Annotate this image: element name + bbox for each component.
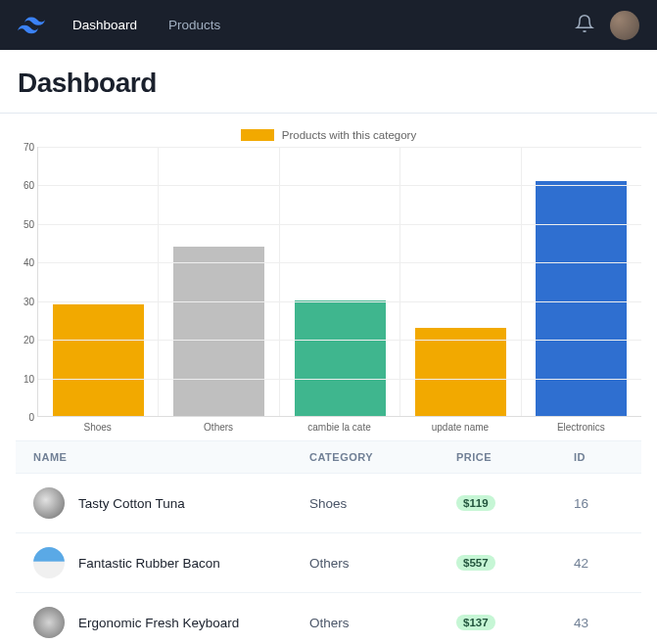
page-title: Dashboard [18,68,639,99]
x-tick-label: Others [158,417,278,433]
x-tick-label: cambie la cate [279,417,399,433]
th-category: CATEGORY [309,451,456,463]
nav-products[interactable]: Products [168,18,220,32]
y-tick-label: 10 [17,373,34,384]
cell-category: Shoes [309,496,456,511]
navbar-left: Dashboard Products [18,17,220,34]
user-avatar[interactable] [610,11,639,40]
gridline [38,147,641,148]
product-thumb [33,547,65,578]
th-name: NAME [33,451,309,463]
th-price: PRICE [456,451,544,463]
chart-legend: Products with this category [16,129,641,141]
x-tick-label: Shoes [37,417,158,433]
gridline [38,340,641,341]
table-row[interactable]: Tasty Cotton TunaShoes$11916 [16,474,641,533]
y-tick-label: 40 [17,257,34,268]
navbar: Dashboard Products [0,0,657,50]
y-tick-label: 70 [17,142,34,153]
category-chart: Products with this category 010203040506… [16,129,641,433]
cell-id: 43 [544,616,624,630]
gridline [38,379,641,380]
price-badge: $557 [456,555,495,571]
nav-links: Dashboard Products [72,18,220,32]
table-header: NAME CATEGORY PRICE ID [16,440,641,474]
y-tick-label: 60 [17,180,34,191]
products-table: NAME CATEGORY PRICE ID Tasty Cotton Tuna… [16,440,641,644]
bar-slot [38,147,159,416]
bar[interactable] [173,247,264,416]
gridline [38,224,641,225]
table-row[interactable]: Fantastic Rubber BaconOthers$55742 [16,533,641,593]
gridline [38,301,641,302]
bar-slot [400,147,521,416]
table-body: Tasty Cotton TunaShoes$11916Fantastic Ru… [16,474,641,644]
x-tick-label: update name [399,417,520,433]
gridline [38,185,641,186]
chart-x-labels: ShoesOtherscambie la cateupdate nameElec… [37,417,641,433]
content: Products with this category 010203040506… [0,114,657,644]
cell-category: Others [309,616,456,630]
logo-icon[interactable] [18,17,45,34]
cell-price: $137 [456,615,544,630]
cell-name: Ergonomic Fresh Keyboard [78,616,309,630]
product-thumb [33,487,65,519]
page-header: Dashboard [0,50,657,114]
y-tick-label: 50 [17,218,34,229]
cell-id: 16 [544,496,624,511]
legend-swatch [241,129,274,141]
price-badge: $137 [456,615,495,630]
y-tick-label: 30 [17,296,34,306]
th-id: ID [544,451,624,463]
cell-id: 42 [544,556,624,571]
nav-dashboard[interactable]: Dashboard [72,18,137,32]
bar-slot [159,147,279,416]
cell-price: $557 [456,555,544,571]
bar[interactable] [53,304,144,416]
cell-name: Tasty Cotton Tuna [78,496,309,511]
table-row[interactable]: Ergonomic Fresh KeyboardOthers$13743 [16,593,641,644]
bar[interactable] [536,181,627,416]
y-tick-label: 20 [17,335,34,345]
product-thumb [33,607,65,638]
bell-icon[interactable] [575,14,594,37]
gridline [38,262,641,263]
chart-bars [38,147,641,416]
navbar-right [575,11,639,40]
bar-slot [522,147,641,416]
x-tick-label: Electronics [521,417,641,433]
legend-label: Products with this category [282,129,416,141]
bar[interactable] [295,300,386,416]
cell-category: Others [309,556,456,571]
price-badge: $119 [456,495,495,511]
bar-slot [280,147,400,416]
cell-name: Fantastic Rubber Bacon [78,556,309,571]
y-tick-label: 0 [17,412,34,423]
cell-price: $119 [456,495,544,511]
chart-plot-area: 010203040506070 [37,147,641,417]
bar[interactable] [415,328,506,416]
